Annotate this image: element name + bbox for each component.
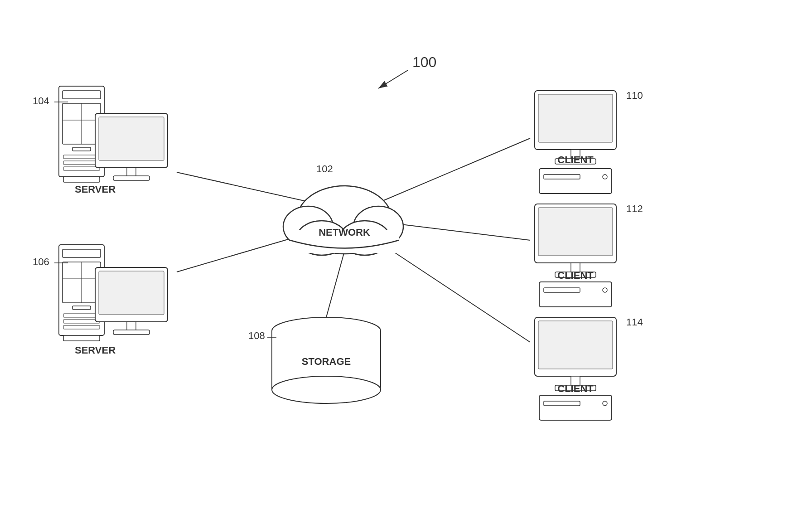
client3-label-text: CLIENT <box>557 383 594 394</box>
client1-label-text: CLIENT <box>557 154 594 165</box>
ref100-arrow <box>378 70 408 88</box>
svg-rect-30 <box>63 325 100 329</box>
client2-group <box>535 204 616 307</box>
svg-rect-33 <box>99 271 164 315</box>
line-network-server1 <box>177 172 308 202</box>
client3-group <box>535 317 616 420</box>
svg-rect-21 <box>113 176 150 180</box>
svg-rect-42 <box>538 94 613 142</box>
svg-rect-31 <box>63 335 100 341</box>
svg-rect-49 <box>538 208 613 256</box>
svg-rect-59 <box>539 395 612 420</box>
ref-110-label: 110 <box>626 90 643 101</box>
svg-rect-27 <box>72 306 91 310</box>
svg-point-61 <box>603 401 607 406</box>
ref-100-label: 100 <box>412 54 436 70</box>
server1-label: SERVER <box>75 184 116 195</box>
svg-rect-14 <box>63 155 100 159</box>
svg-point-47 <box>603 175 607 179</box>
ref-102-label: 102 <box>316 163 333 175</box>
svg-rect-20 <box>127 168 136 177</box>
storage-group: STORAGE <box>272 317 381 403</box>
svg-rect-16 <box>63 167 100 170</box>
svg-rect-45 <box>539 169 612 194</box>
line-network-client3 <box>376 240 530 342</box>
server2-label: SERVER <box>75 344 116 356</box>
svg-rect-34 <box>127 322 136 331</box>
svg-rect-13 <box>72 147 91 151</box>
line-network-storage <box>326 252 344 317</box>
svg-rect-15 <box>63 161 100 165</box>
ref-104-label: 104 <box>33 95 49 107</box>
svg-rect-19 <box>99 117 164 160</box>
svg-rect-52 <box>539 282 612 307</box>
ref-114-label: 114 <box>626 316 643 328</box>
svg-rect-35 <box>113 330 150 335</box>
server2-monitor <box>95 267 168 335</box>
ref-108-label: 108 <box>248 330 265 341</box>
svg-rect-46 <box>544 175 580 179</box>
svg-rect-17 <box>63 177 100 182</box>
svg-rect-60 <box>544 401 580 406</box>
client2-label-text: CLIENT <box>557 270 594 281</box>
network-text: NETWORK <box>319 227 370 238</box>
svg-rect-28 <box>63 314 100 317</box>
main-diagram-svg: NETWORK <box>0 0 812 514</box>
diagram: NETWORK <box>0 0 812 514</box>
ref-106-label: 106 <box>33 256 49 267</box>
svg-rect-9 <box>63 91 101 99</box>
svg-point-40 <box>272 376 381 403</box>
line-network-client2 <box>383 222 530 240</box>
line-network-client1 <box>381 138 530 202</box>
svg-rect-53 <box>544 288 580 292</box>
svg-rect-23 <box>63 249 101 257</box>
svg-point-54 <box>603 288 607 292</box>
ref-112-label: 112 <box>626 203 643 214</box>
svg-rect-56 <box>538 321 613 369</box>
client1-group <box>535 91 616 194</box>
server1-monitor <box>95 113 168 180</box>
storage-text: STORAGE <box>302 356 351 367</box>
svg-rect-29 <box>63 320 100 323</box>
